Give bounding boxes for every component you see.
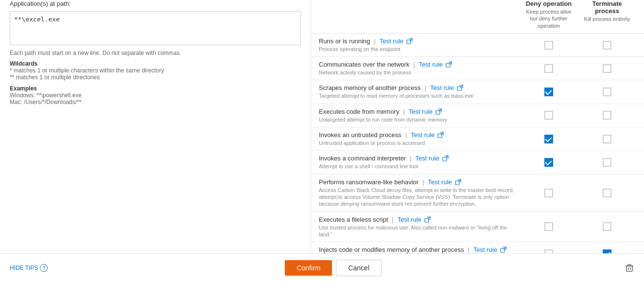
section-label: Application(s) at path: (10, 0, 301, 7)
test-rule-link-7[interactable]: Test rule (398, 216, 421, 223)
rule-terminate-col-2 (578, 88, 636, 96)
rule-info-5: Invokes a command interpreter | Test rul… (319, 155, 520, 170)
test-rule-link-5[interactable]: Test rule (416, 155, 439, 162)
rule-title-text-1: Communicates over the network (319, 61, 409, 68)
rule-title-text-5: Invokes a command interpreter (319, 155, 406, 162)
rule-terminate-col-5 (578, 158, 636, 167)
test-rule-link-4[interactable]: Test rule (411, 131, 435, 139)
rule-row: Invokes a command interpreter | Test rul… (311, 151, 644, 174)
examples-label: Examples (10, 85, 37, 92)
test-rule-link-8[interactable]: Test rule (473, 246, 497, 253)
col-deny-sub: Keep process alive but deny further oper… (523, 8, 574, 29)
deny-checkbox-4[interactable] (544, 135, 553, 143)
col-deny-title: Deny operation (523, 0, 574, 7)
external-link-icon-0[interactable] (406, 38, 413, 44)
rule-deny-col-3 (520, 111, 578, 120)
external-link-icon-6[interactable] (455, 179, 461, 185)
rule-info-2: Scrapes memory of another process | Test… (319, 84, 520, 99)
right-panel: Deny operation Keep process alive but de… (311, 0, 644, 263)
rule-deny-col-4 (520, 135, 578, 143)
rule-desc-4: Untrusted application or process is acce… (319, 140, 520, 146)
svg-rect-18 (627, 266, 632, 271)
rule-separator-8: | (468, 246, 469, 253)
deny-checkbox-0[interactable] (544, 41, 553, 50)
rule-deny-col-0 (520, 41, 578, 50)
rule-title-3: Executes code from memory | Test rule (319, 108, 520, 115)
terminate-checkbox-2[interactable] (603, 88, 611, 96)
left-panel: Application(s) at path: **\excel.exe Eac… (0, 0, 311, 263)
rule-separator-5: | (410, 155, 411, 162)
rules-list: Runs or is running | Test rule Process o… (311, 34, 644, 266)
rule-title-0: Runs or is running | Test rule (319, 37, 520, 45)
external-link-icon-3[interactable] (435, 108, 442, 115)
external-link-icon-7[interactable] (424, 216, 431, 223)
rule-separator-4: | (405, 131, 407, 139)
rule-row: Scrapes memory of another process | Test… (311, 80, 644, 104)
rule-terminate-col-1 (578, 64, 636, 73)
rule-row: Executes a fileless script | Test rule U… (311, 212, 644, 243)
rule-separator-0: | (374, 37, 376, 45)
terminate-checkbox-1[interactable] (603, 64, 611, 73)
terminate-checkbox-6[interactable] (603, 189, 611, 197)
terminate-checkbox-0[interactable] (603, 41, 611, 50)
external-link-icon-2[interactable] (457, 85, 463, 91)
test-rule-link-0[interactable]: Test rule (380, 37, 403, 45)
rule-title-text-6: Performs ransomware-like behavior (319, 178, 418, 186)
rule-row: Communicates over the network | Test rul… (311, 57, 644, 80)
test-rule-link-2[interactable]: Test rule (430, 84, 454, 91)
rule-title-4: Invokes an untrusted process | Test rule (319, 131, 520, 139)
test-rule-link-3[interactable]: Test rule (409, 108, 433, 115)
terminate-checkbox-4[interactable] (603, 135, 611, 143)
terminate-checkbox-7[interactable] (603, 222, 611, 231)
help-icon[interactable]: ? (40, 264, 48, 272)
rule-title-7: Executes a fileless script | Test rule (319, 216, 520, 223)
rule-separator-3: | (403, 108, 404, 115)
bottom-bar: HIDE TIPS ? Confirm Cancel (0, 253, 644, 282)
path-textarea[interactable]: **\excel.exe (10, 11, 301, 45)
deny-checkbox-2[interactable] (544, 88, 553, 96)
cancel-button[interactable]: Cancel (336, 260, 382, 276)
external-link-icon-8[interactable] (500, 247, 506, 253)
terminate-checkbox-3[interactable] (603, 111, 611, 120)
col-terminate-sub: Kill process entirely (582, 16, 632, 22)
rule-info-1: Communicates over the network | Test rul… (319, 61, 520, 76)
test-rule-link-1[interactable]: Test rule (419, 61, 443, 68)
deny-checkbox-5[interactable] (544, 158, 553, 167)
deny-checkbox-3[interactable] (544, 111, 553, 120)
deny-checkbox-7[interactable] (544, 222, 553, 231)
rule-deny-col-2 (520, 88, 578, 96)
external-link-icon-1[interactable] (446, 61, 452, 68)
rule-separator-6: | (422, 178, 424, 186)
example-mac: Mac: /Users/*/Downloads/** (10, 99, 301, 106)
external-link-icon-4[interactable] (437, 132, 444, 138)
rule-title-text-4: Invokes an untrusted process (319, 131, 401, 139)
rule-terminate-col-7 (578, 222, 636, 231)
confirm-button[interactable]: Confirm (285, 260, 332, 276)
rule-title-text-3: Executes code from memory (319, 108, 399, 115)
hide-tips-label: HIDE TIPS (10, 264, 38, 271)
rule-desc-6: Access Carbon Black Cloud decoy files, a… (319, 187, 520, 208)
svg-rect-22 (628, 264, 631, 266)
terminate-checkbox-5[interactable] (603, 158, 611, 167)
rules-header: Deny operation Keep process alive but de… (311, 0, 644, 34)
rule-title-text-8: Injects code or modifies memory of anoth… (319, 246, 464, 253)
deny-checkbox-6[interactable] (544, 189, 553, 197)
rule-deny-col-1 (520, 64, 578, 73)
external-link-icon-5[interactable] (442, 155, 449, 161)
rule-row: Runs or is running | Test rule Process o… (311, 34, 644, 57)
rule-title-5: Invokes a command interpreter | Test rul… (319, 155, 520, 162)
rule-title-6: Performs ransomware-like behavior | Test… (319, 178, 520, 186)
rule-terminate-col-0 (578, 41, 636, 50)
rule-info-6: Performs ransomware-like behavior | Test… (319, 178, 520, 208)
rule-desc-0: Process operating on the endpoint (319, 46, 520, 53)
rule-desc-3: Untargeted attempt to run code from dyna… (319, 116, 520, 123)
deny-checkbox-1[interactable] (544, 64, 553, 73)
rule-row: Executes code from memory | Test rule Un… (311, 104, 644, 127)
test-rule-link-6[interactable]: Test rule (428, 178, 452, 186)
rule-title-8: Injects code or modifies memory of anoth… (319, 246, 520, 253)
col-terminate-title: Terminate process (582, 0, 632, 15)
wildcard-item-2: ** matches 1 or multiple directories (10, 74, 301, 81)
hide-tips-button[interactable]: HIDE TIPS ? (10, 264, 48, 272)
delete-icon[interactable] (625, 263, 634, 274)
rule-separator-2: | (425, 84, 426, 91)
